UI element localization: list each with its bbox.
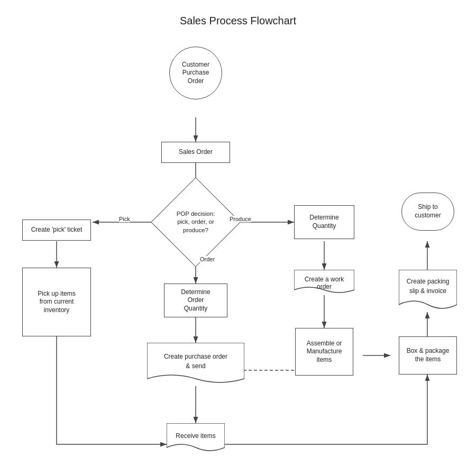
determine-order-qty: Determine Order Quantity [164, 284, 227, 317]
box-package: Box & package the items [399, 336, 457, 374]
svg-text:Create a work: Create a work [305, 276, 345, 283]
receive-items: Receive items [167, 423, 225, 454]
svg-text:Receive items: Receive items [176, 432, 215, 440]
pick-up-items: Pick up items from current inventory [22, 268, 91, 336]
assemble-items: Assemble or Manufacture items [295, 328, 353, 376]
create-work-order: Create a work order [294, 270, 354, 295]
svg-text:Create purchase order: Create purchase order [164, 353, 227, 360]
sales-order: Sales Order [161, 142, 230, 163]
order-label: Order [200, 256, 215, 262]
pop-decision: POP decision: pick, order, or produce? [164, 189, 227, 255]
produce-label: Produce [230, 216, 251, 222]
svg-text:Create packing: Create packing [407, 278, 450, 285]
svg-text:slip & invoice: slip & invoice [409, 287, 446, 295]
create-pick-ticket: Create 'pick' ticket [22, 220, 91, 241]
svg-text:& send: & send [186, 362, 205, 370]
ship-to-customer: Ship to customer [401, 193, 454, 231]
create-po-send: Create purchase order & send [147, 343, 244, 386]
svg-text:order: order [317, 283, 332, 290]
determine-quantity: Determine Quantity [294, 205, 354, 239]
pick-label: Pick [119, 216, 130, 222]
create-packing-slip: Create packing slip & invoice [399, 270, 457, 312]
customer-purchase-order: Customer Purchase Order [169, 47, 222, 99]
page-title: Sales Process Flowchart [0, 15, 476, 27]
flowchart: Sales Process Flowchart [0, 0, 476, 475]
